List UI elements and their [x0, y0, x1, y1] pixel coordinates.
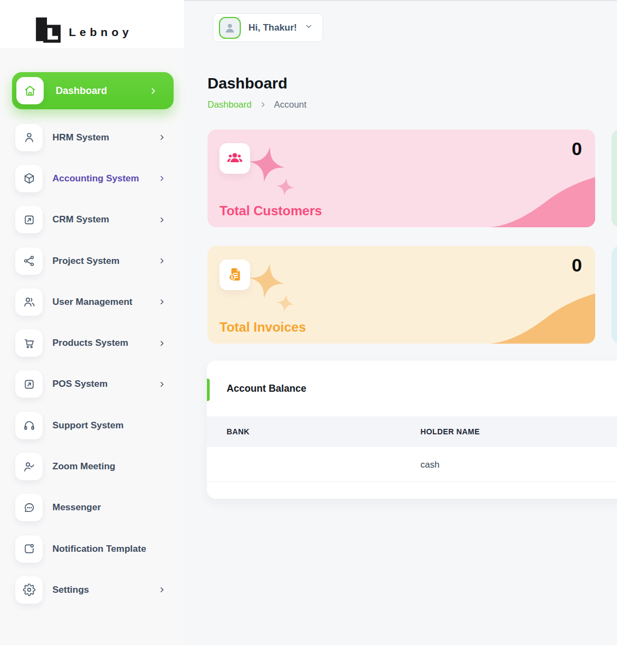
- chevron-down-icon: [305, 22, 313, 33]
- sidebar-item-label: Dashboard: [56, 85, 107, 97]
- breadcrumb-link-dashboard[interactable]: Dashboard: [207, 99, 252, 110]
- svg-text:$: $: [231, 275, 234, 280]
- sidebar-item-label: HRM System: [52, 132, 109, 143]
- column-header-bank: BANK: [227, 427, 250, 436]
- chevron-right-icon: [158, 340, 165, 347]
- share-icon: [15, 247, 43, 275]
- chevron-right-icon: [158, 257, 165, 264]
- sidebar: Lebnoy Dashboard: [0, 0, 184, 645]
- sidebar-item-label: Products System: [52, 338, 128, 349]
- sidebar-item-label: Accounting System: [52, 173, 139, 184]
- chevron-right-icon: [158, 381, 165, 388]
- total-customers-card: 0 Total Customers: [207, 129, 595, 227]
- total-invoices-card: $ 0 Total Invoices: [207, 246, 595, 344]
- column-header-holder-name: HOLDER NAME: [420, 427, 480, 436]
- screen-arrow-icon: [15, 206, 43, 233]
- sidebar-item-hrm-system[interactable]: HRM System: [0, 117, 184, 158]
- cart-icon: [15, 329, 43, 357]
- sidebar-item-products-system[interactable]: Products System: [0, 322, 184, 363]
- wave-decoration: [490, 172, 595, 227]
- sidebar-item-support-system[interactable]: Support System: [0, 405, 184, 446]
- sidebar-item-dashboard[interactable]: Dashboard: [12, 72, 174, 109]
- brand-logo[interactable]: Lebnoy: [33, 16, 133, 48]
- total-customers-value: 0: [572, 138, 582, 160]
- chevron-right-icon: [158, 134, 165, 141]
- sidebar-item-label: Settings: [52, 585, 89, 596]
- chevron-right-icon: [158, 586, 165, 593]
- sidebar-item-label: CRM System: [52, 214, 109, 225]
- chevron-right-icon: [149, 87, 157, 95]
- table-header-row: BANK HOLDER NAME: [207, 416, 617, 447]
- sidebar-item-project-system[interactable]: Project System: [0, 240, 184, 281]
- sidebar-item-accounting-system[interactable]: Accounting System: [0, 158, 184, 199]
- sparkle-icon: [275, 175, 296, 198]
- user-menu-button[interactable]: Hi, Thakur!: [213, 13, 323, 42]
- account-balance-title: Account Balance: [227, 383, 306, 394]
- chevron-right-icon: [158, 298, 165, 305]
- headphones-icon: [15, 412, 43, 439]
- bottom-bar: [0, 645, 617, 672]
- sidebar-item-zoom-meeting[interactable]: Zoom Meeting: [0, 446, 184, 487]
- stat-card-partial-top: [612, 129, 617, 227]
- total-customers-label: Total Customers: [219, 203, 322, 219]
- sidebar-item-label: Zoom Meeting: [52, 461, 115, 472]
- notification-icon: [15, 535, 43, 563]
- logo-zone: Lebnoy: [0, 0, 184, 48]
- sidebar-menu: HRM System Accounting System: [0, 117, 184, 611]
- sidebar-item-messenger[interactable]: Messenger: [0, 487, 184, 528]
- page-title: Dashboard: [207, 75, 287, 92]
- invoice-icon: $: [219, 260, 250, 290]
- user-greeting: Hi, Thakur!: [248, 22, 297, 33]
- breadcrumb: Dashboard Account: [207, 99, 306, 110]
- sidebar-item-notification-template[interactable]: Notification Template: [0, 528, 184, 569]
- sidebar-item-user-management[interactable]: User Management: [0, 281, 184, 322]
- sidebar-item-label: Support System: [52, 420, 123, 431]
- sparkle-icon: [275, 292, 296, 315]
- home-icon: [16, 77, 44, 104]
- sidebar-item-crm-system[interactable]: CRM System: [0, 199, 184, 240]
- chevron-right-icon: [259, 101, 266, 108]
- account-balance-card: Account Balance BANK HOLDER NAME cash: [207, 361, 617, 499]
- chat-dots-icon: [15, 494, 43, 521]
- breadcrumb-current: Account: [274, 99, 307, 110]
- table-row: cash: [207, 447, 617, 482]
- avatar: [219, 17, 241, 39]
- accent-bar: [207, 379, 210, 401]
- total-invoices-label: Total Invoices: [219, 320, 306, 335]
- sidebar-item-pos-system[interactable]: POS System: [0, 364, 184, 405]
- sidebar-item-label: POS System: [52, 379, 108, 390]
- gear-icon: [15, 576, 43, 604]
- content-top-divider: [184, 0, 617, 1]
- cube-icon: [15, 165, 43, 192]
- user-icon: [15, 124, 43, 151]
- sidebar-item-label: Messenger: [52, 502, 101, 513]
- app-screen: Lebnoy Dashboard: [0, 0, 617, 672]
- sidebar-item-label: Notification Template: [52, 544, 146, 555]
- cell-holder-name: cash: [420, 459, 440, 469]
- customers-group-icon: [219, 143, 250, 174]
- sidebar-item-label: Project System: [52, 256, 120, 267]
- user-check-icon: [15, 453, 43, 480]
- screen-arrow-icon: [15, 370, 43, 398]
- chevron-right-icon: [158, 175, 165, 182]
- sidebar-item-label: User Management: [52, 297, 132, 308]
- chevron-right-icon: [158, 216, 165, 223]
- sidebar-item-settings[interactable]: Settings: [0, 569, 184, 610]
- stat-card-partial-bottom: [612, 246, 617, 344]
- brand-logo-icon: [33, 16, 61, 48]
- total-invoices-value: 0: [572, 255, 582, 276]
- wave-decoration: [490, 288, 595, 344]
- brand-name: Lebnoy: [69, 26, 133, 39]
- users-icon: [15, 288, 43, 316]
